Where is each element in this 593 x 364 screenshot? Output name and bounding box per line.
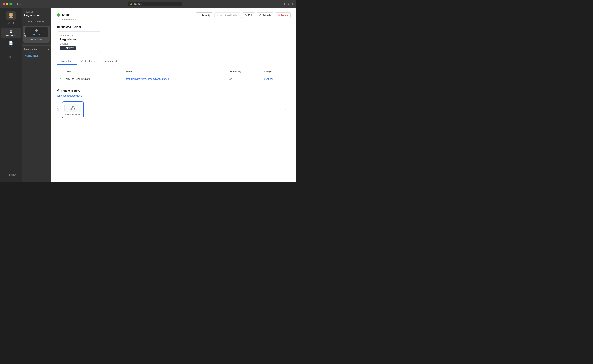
tab-verifications[interactable]: Verifications — [77, 58, 98, 65]
url-text: localhost — [134, 3, 142, 5]
projects-label: PROJECTS — [6, 34, 16, 37]
warehouse-name: kargo-demo — [60, 38, 98, 41]
promotions-table-container: Date Name Created By Freight ✓ Nov 9th 2… — [57, 68, 291, 83]
freight-id: 961cfa — [33, 33, 40, 36]
sidebar-item-docs[interactable]: 📄 DOCS — [1, 39, 21, 50]
status-indicator — [56, 13, 61, 17]
requested-freight-title: Requested Freight — [57, 25, 291, 28]
page-title-area: test kargo-demo-01 — [57, 13, 78, 21]
history-icon: ↺ — [57, 89, 59, 92]
edit-label: Edit — [248, 14, 252, 17]
freight-history-link[interactable]: Warehouse/kargo-demo — [57, 94, 291, 97]
history-freight-card[interactable]: 961cfa enervated-serval — [62, 102, 84, 118]
source-label: SOURCE — [60, 43, 98, 45]
subscription-title: Subscription ◀ — [24, 48, 49, 50]
app-container: v1.0.3 ⊞ PROJECTS 📄 DOCS ›_ CLI → Logout — [0, 8, 297, 182]
freight-timeline-icon: ⇌ — [24, 20, 26, 23]
version-label: v1.0.3 — [8, 22, 14, 24]
direct-icon: → — [62, 47, 65, 50]
sidebar-item-projects[interactable]: ⊞ PROJECTS — [1, 28, 21, 38]
tab-promotions[interactable]: Promotions — [57, 58, 77, 65]
col-created-by: Created By — [226, 68, 262, 75]
freight-diamond-icon — [35, 29, 38, 32]
cli-icon: ›_ — [9, 52, 13, 55]
row-created-by: N/A — [226, 75, 262, 83]
svg-point-7 — [9, 17, 13, 19]
content-area: PROJECT kargo-demo- ⇌ FREIGHT TIMELINE N… — [22, 8, 297, 182]
forward-button[interactable]: › — [24, 2, 27, 6]
sidebar: v1.0.3 ⊞ PROJECTS 📄 DOCS ›_ CLI → Logout — [0, 8, 22, 182]
maximize-button[interactable] — [9, 3, 12, 5]
history-card-freight: 961cfa — [65, 104, 81, 112]
reverify-label: Reverify — [202, 14, 210, 17]
delete-icon: 🗑 — [278, 14, 280, 17]
col-name: Name — [124, 68, 226, 75]
browser-actions: ⬆ + ⧉ — [283, 2, 293, 6]
projects-icon: ⊞ — [10, 30, 13, 34]
repo-url-text: https://github... — [26, 55, 40, 57]
promotion-name-link[interactable]: test.0ljc85kltqmkya5qsh2nlgjwsz.50abec8 — [126, 78, 170, 80]
share-icon[interactable]: ⬆ — [283, 2, 286, 6]
freight-link[interactable]: 50abec8 — [264, 78, 274, 80]
project-label: PROJECT — [24, 11, 49, 13]
freight-card-label: NEW — [24, 32, 26, 37]
refresh-button[interactable]: ↺ Refresh — [256, 13, 274, 18]
freight-history-header: ↺ Freight History — [57, 89, 291, 92]
refresh-label: Refresh — [262, 14, 271, 17]
freight-card[interactable]: NEW 961cfa enervated-serval — [23, 26, 50, 43]
history-card-container: NEW 961cfa enervated-serval OLD — [57, 100, 291, 120]
sidebar-item-cli[interactable]: ›_ CLI — [1, 50, 21, 60]
sidebar-nav: ⊞ PROJECTS 📄 DOCS ›_ CLI — [0, 28, 22, 60]
svg-point-6 — [10, 15, 12, 16]
refresh-icon: ↺ — [259, 14, 261, 17]
row-freight: 50abec8 — [262, 75, 291, 83]
new-tab-icon[interactable]: + — [288, 3, 289, 6]
subscription-collapse-icon[interactable]: ◀ — [47, 48, 49, 50]
freight-stage-name: enervated-serval — [25, 39, 48, 41]
delete-label: Delete — [281, 14, 288, 17]
repo-url-link[interactable]: ↗ https://github... — [24, 55, 49, 57]
old-axis-label: OLD — [285, 108, 287, 112]
browser-chrome: ⊡ ‹ › 🔒 localhost ⬆ + ⧉ — [0, 0, 297, 8]
logout-icon: → — [6, 174, 8, 176]
svg-point-3 — [9, 14, 13, 17]
sidebar-toggle-icon[interactable]: ⊡ — [15, 2, 18, 6]
new-axis-label: NEW — [57, 107, 59, 112]
external-link-icon: ↗ — [24, 55, 26, 57]
page-title: test — [62, 13, 78, 18]
history-stage-name: enervated-serval — [65, 113, 80, 116]
docs-icon: 📄 — [9, 41, 13, 45]
url-display[interactable]: 🔒 localhost — [128, 2, 182, 6]
edit-icon: ✎ — [245, 14, 247, 17]
back-button[interactable]: ‹ — [19, 2, 22, 6]
direct-label: DIRECT — [65, 47, 74, 49]
docs-label: DOCS — [8, 46, 14, 48]
reverify-button[interactable]: ↺ Reverify — [196, 13, 213, 18]
reverify-icon: ↺ — [198, 14, 201, 17]
repo-url-label: REPO URL — [24, 52, 49, 54]
promotions-table: Date Name Created By Freight ✓ Nov 9th 2… — [57, 68, 291, 83]
minimize-button[interactable] — [6, 3, 8, 5]
page-actions: ↺ Reverify ⊘ Abort Verification ✎ Edit ↺… — [196, 13, 291, 18]
edit-button[interactable]: ✎ Edit — [242, 13, 255, 18]
tab-live-manifest[interactable]: Live Manifest — [98, 58, 120, 65]
logout-label: Logout — [9, 174, 16, 176]
cli-label: CLI — [9, 56, 13, 58]
svg-point-4 — [10, 15, 11, 15]
kargo-logo-icon — [7, 12, 15, 19]
tab-overview-icon[interactable]: ⧉ — [292, 2, 293, 6]
app-logo — [6, 11, 16, 20]
abort-verification-button[interactable]: ⊘ Abort Verification — [214, 13, 241, 18]
freight-timeline-label: FREIGHT TIMELINE — [27, 20, 47, 23]
history-freight-id: 961cfa — [70, 108, 76, 110]
logout-button[interactable]: → Logout — [5, 172, 18, 178]
row-name: test.0ljc85kltqmkya5qsh2nlgjwsz.50abec8 — [124, 75, 226, 83]
lock-icon: 🔒 — [130, 3, 133, 5]
close-button[interactable] — [3, 3, 5, 5]
abort-label: Abort Verification — [220, 14, 238, 17]
subscription-panel: Subscription ◀ REPO URL ↗ https://github… — [22, 46, 51, 59]
address-bar: 🔒 localhost — [29, 2, 281, 6]
delete-button[interactable]: 🗑 Delete — [275, 13, 291, 18]
warehouse-label: WAREHOUSE — [60, 34, 98, 37]
row-date: Nov 9th 2024 15:25:23 — [64, 75, 124, 83]
